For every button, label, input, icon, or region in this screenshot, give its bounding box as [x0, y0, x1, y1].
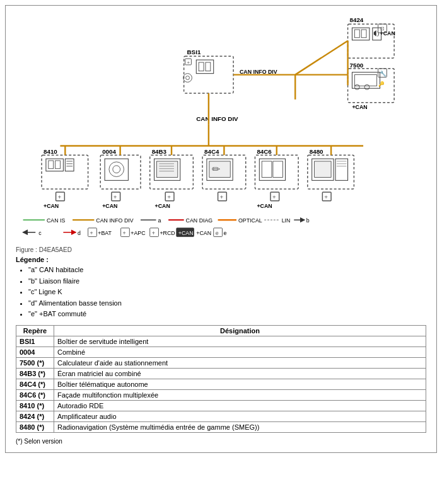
- svg-text:CAN INFO DIV: CAN INFO DIV: [196, 115, 238, 122]
- svg-text:+CAN: +CAN: [352, 104, 367, 110]
- svg-text:+: +: [113, 193, 117, 200]
- table-row: 84C4 (*)Boîtier télématique autonome: [16, 379, 426, 389]
- table-cell-designation: Autoradio RDE: [54, 400, 426, 411]
- svg-text:e: e: [223, 230, 226, 236]
- svg-text:+: +: [167, 193, 171, 200]
- table-row: 84C6 (*)Façade multifonction multiplexée: [16, 389, 426, 400]
- table-cell-designation: Façade multifonction multiplexée: [54, 389, 426, 400]
- svg-text:CAN DIAG: CAN DIAG: [186, 217, 213, 224]
- svg-text:+RCD: +RCD: [160, 230, 175, 236]
- table-cell-designation: Radionavigation (Système multimédia entr…: [54, 421, 426, 432]
- svg-text:+: +: [220, 193, 224, 200]
- table-row: 84B3 (*)Écran matriciel au combiné: [16, 368, 426, 379]
- svg-text:b: b: [306, 217, 310, 224]
- svg-text:CAN INFO DIV: CAN INFO DIV: [96, 217, 133, 224]
- table-row: BSI1Boîtier de servitude intelligent: [16, 336, 426, 346]
- svg-text:+CAN: +CAN: [102, 203, 117, 209]
- table-cell-designation: Combiné: [54, 346, 426, 357]
- svg-rect-39: [42, 155, 88, 189]
- svg-text:CAN INFO DIV: CAN INFO DIV: [240, 69, 277, 75]
- table-cell-repere: 8480 (*): [16, 421, 54, 432]
- svg-text:8424: 8424: [350, 16, 364, 23]
- svg-rect-10: [348, 24, 395, 58]
- figure-label: Figure : D4EA5AED: [16, 246, 426, 253]
- table-cell-repere: 8424 (*): [16, 411, 54, 421]
- svg-text:7500: 7500: [350, 62, 364, 69]
- table-cell-repere: 8410 (*): [16, 400, 54, 411]
- svg-text:+: +: [272, 193, 276, 200]
- svg-rect-52: [100, 155, 141, 189]
- table-cell-repere: 84B3 (*): [16, 368, 54, 379]
- table-row: 8424 (*)Amplificateur audio: [16, 411, 426, 421]
- svg-text:LIN: LIN: [282, 217, 291, 224]
- table-cell-designation: Amplificateur audio: [54, 411, 426, 421]
- svg-text:8480: 8480: [310, 148, 323, 155]
- svg-text:⊡: ⊡: [380, 26, 385, 32]
- legende-item: "e" +BAT commuté: [28, 309, 426, 320]
- svg-text:+: +: [324, 193, 328, 200]
- legende-item: "a" CAN habitacle: [28, 265, 426, 276]
- legende-list: "a" CAN habitacle"b" Liaison filaire"c" …: [28, 265, 426, 320]
- svg-rect-93: [315, 161, 331, 178]
- svg-text:OPTICAL: OPTICAL: [238, 217, 262, 224]
- legende-item: "d" Alimentation basse tension: [28, 298, 426, 309]
- svg-text:CAN IS: CAN IS: [47, 217, 66, 224]
- svg-text:c: c: [38, 230, 42, 236]
- table-cell-designation: Boîtier télématique autonome: [54, 379, 426, 389]
- svg-text:+CAN: +CAN: [44, 203, 59, 209]
- svg-text:e: e: [216, 230, 219, 236]
- svg-text:84C6: 84C6: [257, 148, 272, 155]
- table-row: 7500 (*)Calculateur d'aide au stationnem…: [16, 357, 426, 368]
- svg-rect-81: [255, 155, 298, 189]
- table-cell-designation: Écran matriciel au combiné: [54, 368, 426, 379]
- svg-line-34: [295, 41, 347, 75]
- reference-table: Repère Désignation BSI1Boîtier de servit…: [16, 325, 426, 433]
- svg-text:+CAN: +CAN: [257, 203, 272, 209]
- svg-text:a: a: [158, 217, 161, 224]
- svg-text:+: +: [90, 230, 93, 236]
- svg-text:🔑: 🔑: [378, 81, 385, 87]
- table-cell-designation: Calculateur d'aide au stationnement: [54, 357, 426, 368]
- svg-text:🔧: 🔧: [380, 70, 387, 77]
- svg-text:+CAN: +CAN: [178, 230, 194, 236]
- svg-text:0004: 0004: [102, 148, 116, 155]
- table-row: 8480 (*)Radionavigation (Système multimé…: [16, 421, 426, 432]
- svg-text:+CAN: +CAN: [196, 230, 211, 236]
- table-row: 8410 (*)Autoradio RDE: [16, 400, 426, 411]
- svg-text:+: +: [152, 230, 155, 236]
- col-header-designation: Désignation: [54, 325, 426, 336]
- legende-item: "b" Liaison filaire: [28, 276, 426, 287]
- table-cell-repere: BSI1: [16, 336, 54, 346]
- diagram-area: BSI1 + CAN INFO DIV 8424 +CA: [11, 11, 431, 244]
- svg-text:✏: ✏: [212, 164, 221, 175]
- svg-text:84B3: 84B3: [152, 148, 167, 155]
- table-row: 0004Combiné: [16, 346, 426, 357]
- svg-text:+APC: +APC: [131, 230, 146, 236]
- col-header-repere: Repère: [16, 325, 54, 336]
- legende-title: Légende :: [16, 256, 426, 263]
- svg-text:BSI1: BSI1: [187, 49, 201, 55]
- table-cell-repere: 7500 (*): [16, 357, 54, 368]
- svg-text:+: +: [123, 230, 126, 236]
- table-note: (*) Selon version: [16, 438, 426, 445]
- svg-text:+BAT: +BAT: [98, 230, 112, 236]
- legend-section: Légende : "a" CAN habitacle"b" Liaison f…: [16, 256, 426, 320]
- legende-item: "c" Ligne K: [28, 287, 426, 298]
- table-cell-repere: 84C6 (*): [16, 389, 54, 400]
- table-cell-repere: 0004: [16, 346, 54, 357]
- table-cell-repere: 84C4 (*): [16, 379, 54, 389]
- svg-text:8410: 8410: [44, 148, 57, 155]
- svg-text:+CAN: +CAN: [155, 203, 170, 209]
- svg-text:84C4: 84C4: [204, 148, 219, 155]
- svg-text:+: +: [187, 60, 190, 66]
- svg-text:+: +: [58, 193, 62, 200]
- svg-text:d: d: [78, 230, 81, 236]
- table-cell-designation: Boîtier de servitude intelligent: [54, 336, 426, 346]
- figure-section: Figure : D4EA5AED: [16, 246, 426, 253]
